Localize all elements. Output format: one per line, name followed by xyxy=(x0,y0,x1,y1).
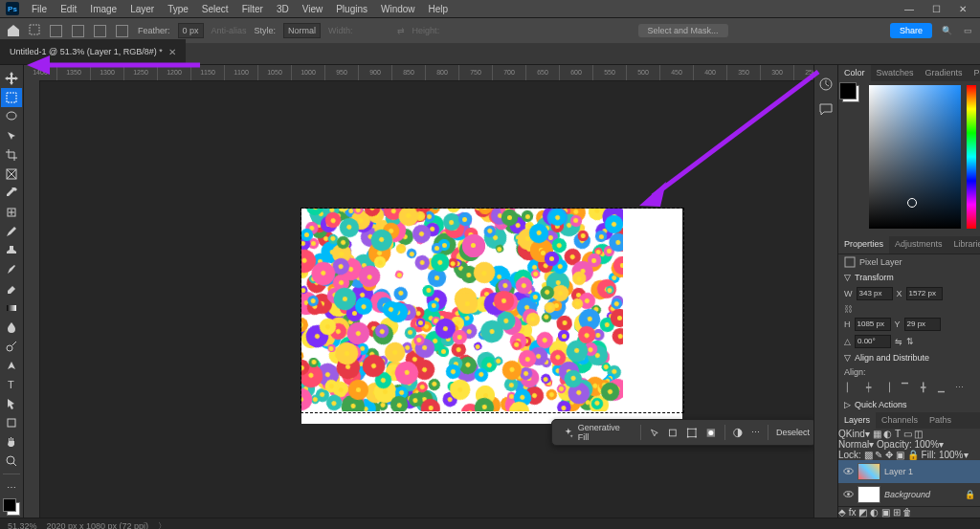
search-icon[interactable]: 🔍 xyxy=(940,24,953,37)
flip-h-icon[interactable]: ⇋ xyxy=(895,337,902,346)
visibility-icon[interactable] xyxy=(843,466,854,476)
color-swatches[interactable] xyxy=(3,498,20,516)
tab-layers[interactable]: Layers xyxy=(838,412,876,429)
zoom-level[interactable]: 51.32% xyxy=(8,521,37,529)
filter-smart-icon[interactable]: ◫ xyxy=(914,429,923,439)
share-button[interactable]: Share xyxy=(890,23,932,38)
selection-add-icon[interactable] xyxy=(72,25,84,37)
pen-tool[interactable] xyxy=(1,356,22,375)
menu-help[interactable]: Help xyxy=(422,2,456,16)
link-layers-icon[interactable]: ⬘ xyxy=(838,507,846,518)
adjustment-layer-icon[interactable]: ◐ xyxy=(870,507,879,518)
feather-input[interactable]: 0 px xyxy=(178,23,204,38)
menu-layer[interactable]: Layer xyxy=(123,2,161,16)
hand-tool[interactable] xyxy=(1,432,22,452)
dodge-tool[interactable] xyxy=(1,337,22,356)
eyedropper-tool[interactable] xyxy=(1,184,22,203)
select-and-mask-button[interactable]: Select and Mask... xyxy=(638,24,728,37)
align-top-icon[interactable]: ▔ xyxy=(899,382,911,394)
quick-actions-header[interactable]: ▷ Quick Actions xyxy=(838,397,980,412)
tab-properties[interactable]: Properties xyxy=(838,236,889,253)
marquee-tool[interactable] xyxy=(1,88,22,107)
tab-patterns[interactable]: Patterns xyxy=(969,65,980,81)
tab-channels[interactable]: Channels xyxy=(876,412,924,429)
layer-name[interactable]: Background xyxy=(884,490,930,499)
fx-icon[interactable]: fx xyxy=(849,507,857,518)
modify-selection-icon[interactable] xyxy=(667,427,679,439)
width-input[interactable] xyxy=(857,287,893,300)
layer-row-1[interactable]: Layer 1 xyxy=(838,460,980,483)
frame-tool[interactable] xyxy=(1,165,22,184)
menu-file[interactable]: File xyxy=(25,2,54,16)
filter-type-icon[interactable]: T xyxy=(895,429,901,439)
doc-dimensions[interactable]: 2020 px x 1080 px (72 ppi) xyxy=(47,521,149,529)
lasso-tool[interactable] xyxy=(1,107,22,126)
delete-layer-icon[interactable]: 🗑 xyxy=(902,507,912,518)
flip-v-icon[interactable]: ⇅ xyxy=(906,337,914,346)
menu-plugins[interactable]: Plugins xyxy=(329,2,374,16)
more-align-icon[interactable]: ⋯ xyxy=(953,382,966,394)
mask-icon[interactable]: ◩ xyxy=(858,507,867,518)
eraser-tool[interactable] xyxy=(1,279,22,298)
edit-toolbar-icon[interactable]: ⋯ xyxy=(1,477,22,496)
history-brush-tool[interactable] xyxy=(1,260,22,279)
angle-input[interactable] xyxy=(855,335,891,348)
align-vcenter-icon[interactable]: ╋ xyxy=(917,382,929,394)
lock-icon[interactable]: 🔒 xyxy=(965,490,975,499)
brush-tool[interactable] xyxy=(1,222,22,241)
transform-header[interactable]: ▽ Transform xyxy=(838,270,980,285)
tab-paths[interactable]: Paths xyxy=(924,412,957,429)
layer-row-bg[interactable]: Background 🔒 xyxy=(838,483,980,506)
link-wh-icon[interactable]: ⛓ xyxy=(844,304,853,314)
path-select-tool[interactable] xyxy=(1,394,22,413)
menu-type[interactable]: Type xyxy=(161,2,195,16)
visibility-icon[interactable] xyxy=(843,489,854,499)
filter-adjust-icon[interactable]: ◐ xyxy=(883,429,892,439)
blend-mode[interactable]: Normal xyxy=(838,439,869,450)
lock-pos-icon[interactable]: ✥ xyxy=(885,450,893,460)
menu-edit[interactable]: Edit xyxy=(54,2,83,16)
opacity-value[interactable]: 100% xyxy=(914,439,939,450)
select-subject-icon[interactable] xyxy=(649,427,660,439)
align-right-icon[interactable]: ▕ xyxy=(880,382,893,394)
generative-fill-button[interactable]: Generative Fill xyxy=(558,421,633,444)
layer-name[interactable]: Layer 1 xyxy=(884,467,913,476)
close-button[interactable]: ✕ xyxy=(949,0,976,17)
menu-filter[interactable]: Filter xyxy=(235,2,270,16)
type-tool[interactable]: T xyxy=(1,375,22,394)
more-icon[interactable]: ⋯ xyxy=(751,428,760,437)
tab-gradients[interactable]: Gradients xyxy=(920,65,969,81)
color-picker[interactable] xyxy=(838,81,980,236)
tab-libraries[interactable]: Libraries xyxy=(948,236,980,253)
tab-close-icon[interactable]: ✕ xyxy=(168,47,176,57)
fill-value[interactable]: 100% xyxy=(939,450,964,460)
transform-icon[interactable] xyxy=(686,427,698,439)
minimize-button[interactable]: — xyxy=(896,0,923,17)
align-hcenter-icon[interactable]: ┿ xyxy=(862,382,875,394)
menu-window[interactable]: Window xyxy=(374,2,422,16)
blur-tool[interactable] xyxy=(1,318,22,337)
color-field[interactable] xyxy=(869,85,961,229)
filter-shape-icon[interactable]: ▭ xyxy=(903,429,912,439)
workspace-icon[interactable]: ▭ xyxy=(961,24,974,37)
lock-nest-icon[interactable]: ▣ xyxy=(896,450,904,460)
zoom-tool[interactable] xyxy=(1,452,22,471)
lock-all-icon[interactable]: 🔒 xyxy=(907,450,919,460)
home-icon[interactable] xyxy=(6,23,21,38)
adjust-icon[interactable] xyxy=(732,427,744,439)
height-input[interactable] xyxy=(855,318,891,331)
comments-panel-icon[interactable] xyxy=(818,101,834,117)
y-input[interactable] xyxy=(904,318,941,331)
maximize-button[interactable]: ☐ xyxy=(923,0,949,17)
lock-paint-icon[interactable]: ✎ xyxy=(875,450,882,460)
lock-trans-icon[interactable]: ▩ xyxy=(864,450,873,460)
history-panel-icon[interactable] xyxy=(818,77,834,92)
align-bottom-icon[interactable]: ▁ xyxy=(935,382,947,394)
menu-select[interactable]: Select xyxy=(195,2,235,16)
tab-adjustments[interactable]: Adjustments xyxy=(889,236,948,253)
hue-slider[interactable] xyxy=(967,85,976,229)
tab-color[interactable]: Color xyxy=(838,65,871,81)
shape-tool[interactable] xyxy=(1,413,22,432)
style-select[interactable]: Normal xyxy=(283,23,321,38)
filter-pixel-icon[interactable]: ▦ xyxy=(873,429,881,439)
